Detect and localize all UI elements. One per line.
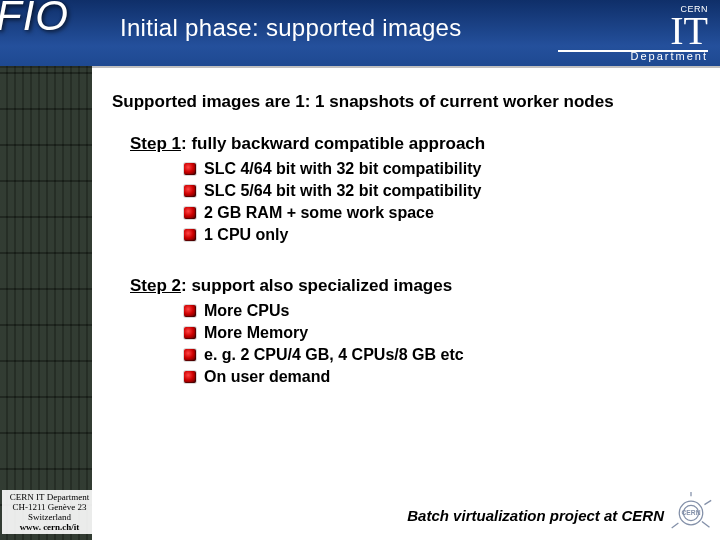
step2-block: Step 2: support also specialized images … [130,276,700,388]
page-title: Initial phase: supported images [120,14,462,42]
bullet-icon [184,349,196,361]
content-area: Supported images are 1: 1 snapshots of c… [112,92,700,418]
bullet-text: 2 GB RAM + some work space [204,202,434,224]
bullet-text: SLC 5/64 bit with 32 bit compatibility [204,180,481,202]
bullet-icon [184,371,196,383]
left-photo-strip [0,0,92,540]
bullet-text: e. g. 2 CPU/4 GB, 4 CPUs/8 GB etc [204,344,464,366]
cern-dept-text: Department [558,50,708,62]
fio-logo: FIO [0,0,69,40]
footer-caption-text: Batch virtualization project at CERN [407,507,664,524]
cern-it-text: IT [670,14,708,48]
bullet-text: More Memory [204,322,308,344]
bullet-icon [184,163,196,175]
bullet-text: SLC 4/64 bit with 32 bit compatibility [204,158,481,180]
addr-line: CH-1211 Genève 23 [2,502,97,512]
svg-text:CERN: CERN [681,509,700,516]
list-item: 2 GB RAM + some work space [184,202,700,224]
list-item: On user demand [184,366,700,388]
step1-rest: : fully backward compatible approach [181,134,485,153]
step2-title: Step 2: support also specialized images [130,276,700,296]
bullet-icon [184,327,196,339]
addr-line-url: www. cern.ch/it [2,522,97,532]
list-item: SLC 4/64 bit with 32 bit compatibility [184,158,700,180]
cern-it-logo: CERN IT Department [558,4,708,62]
list-item: e. g. 2 CPU/4 GB, 4 CPUs/8 GB etc [184,344,700,366]
bullet-text: More CPUs [204,300,289,322]
step1-label: Step 1 [130,134,181,153]
bullet-text: 1 CPU only [204,224,288,246]
step2-label: Step 2 [130,276,181,295]
list-item: SLC 5/64 bit with 32 bit compatibility [184,180,700,202]
step2-bullets: More CPUs More Memory e. g. 2 CPU/4 GB, … [184,300,700,388]
bullet-text: On user demand [204,366,330,388]
bullet-icon [184,229,196,241]
intro-text: Supported images are 1: 1 snapshots of c… [112,92,700,112]
addr-line: CERN IT Department [2,492,97,502]
bullet-icon [184,305,196,317]
list-item: 1 CPU only [184,224,700,246]
bullet-icon [184,207,196,219]
addr-line: Switzerland [2,512,97,522]
bullet-icon [184,185,196,197]
step1-bullets: SLC 4/64 bit with 32 bit compatibility S… [184,158,700,246]
footer-address: CERN IT Department CH-1211 Genève 23 Swi… [2,490,97,534]
step1-block: Step 1: fully backward compatible approa… [130,134,700,246]
slide: FIO Initial phase: supported images CERN… [0,0,720,540]
list-item: More CPUs [184,300,700,322]
list-item: More Memory [184,322,700,344]
svg-line-5 [702,521,710,527]
svg-line-4 [672,523,679,528]
cern-logo-icon: CERN [670,492,712,534]
svg-line-3 [704,500,711,504]
step2-rest: : support also specialized images [181,276,452,295]
step1-title: Step 1: fully backward compatible approa… [130,134,700,154]
footer-caption: Batch virtualization project at CERN [407,507,664,524]
